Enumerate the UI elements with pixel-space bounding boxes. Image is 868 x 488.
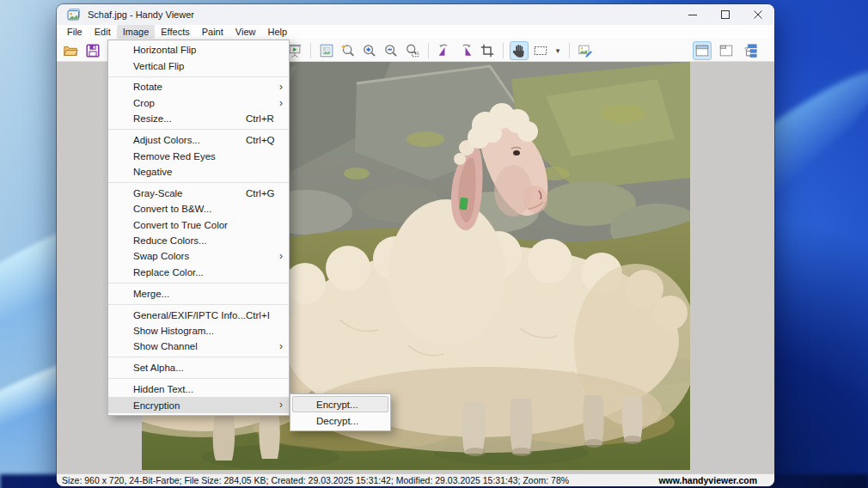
zoom-original-button[interactable] [339,41,358,60]
menu-item-replace-color[interactable]: Replace Color... [108,265,289,280]
edit-image-icon [578,43,593,58]
zoom-out-icon [383,43,399,58]
menu-separator [108,283,289,284]
zoom-out-button[interactable] [382,41,400,60]
encryption-submenu: Encrypt... Decrypt... [290,393,391,431]
rotate-right-button[interactable] [456,41,475,60]
menu-item-crop[interactable]: Crop› [108,95,289,111]
edit-image-button[interactable] [576,41,595,60]
menu-effects[interactable]: Effects [155,25,195,39]
menu-item-show-histogram[interactable]: Show Histogram... [108,323,289,339]
submenu-arrow-icon: › [279,79,283,95]
menu-item-vertical-flip[interactable]: Vertical Flip [108,58,289,73]
status-info: Size: 960 x 720, 24-Bit-Farbe; File Size… [62,475,569,485]
save-button[interactable] [83,41,102,60]
menu-file[interactable]: File [61,25,89,39]
toolbar-separator [310,43,311,58]
toolbar-separator [503,43,504,58]
menu-item-convert-bw[interactable]: Convert to B&W... [108,201,289,217]
window-compact-icon [718,43,734,58]
menu-item-exif-info[interactable]: General/EXIF/IPTC Info...Ctrl+I [108,307,289,322]
menu-item-gray-scale[interactable]: Gray-ScaleCtrl+G [108,186,289,201]
selection-tool-button[interactable] [531,41,550,60]
menu-item-merge[interactable]: Merge... [108,285,289,301]
menu-separator [108,378,289,379]
selection-dropdown-caret-icon[interactable]: ▾ [553,46,563,55]
minimize-icon [688,10,697,19]
titlebar[interactable]: Schaf.jpg - Handy Viewer [57,4,774,25]
maximize-button[interactable] [709,4,742,25]
app-photos-icon [67,8,81,21]
maximize-icon [721,10,730,19]
menu-separator [108,76,289,77]
menu-item-reduce-colors[interactable]: Reduce Colors... [108,233,289,248]
menu-paint[interactable]: Paint [196,25,229,39]
menu-item-convert-true-color[interactable]: Convert to True Color [108,217,289,232]
menu-image[interactable]: Image [117,25,156,39]
tree-view-button[interactable] [741,41,760,60]
hand-pan-icon [511,43,527,58]
submenu-item-encrypt[interactable]: Encrypt... [292,396,388,412]
status-website-link[interactable]: www.handyviewer.com [658,475,757,485]
rotate-left-icon [437,43,452,58]
rotate-right-icon [458,43,474,58]
open-folder-icon [63,43,78,58]
window-full-button[interactable] [693,41,712,60]
menubar: File Edit Image Effects Paint View Help [57,25,774,39]
menu-edit[interactable]: Edit [89,25,117,39]
submenu-item-decrypt[interactable]: Decrypt... [292,412,388,429]
crop-icon [480,43,495,58]
menu-item-remove-red-eyes[interactable]: Remove Red Eyes [108,148,289,163]
zoom-selection-button[interactable] [403,41,422,60]
menu-item-encryption[interactable]: Encryption› [108,397,289,412]
submenu-arrow-icon: › [279,339,283,354]
menu-separator [108,357,289,357]
fit-to-window-icon [319,43,334,58]
zoom-selection-icon [405,43,420,58]
image-menu-dropdown: Horizontal Flip Vertical Flip Rotate› Cr… [107,40,290,416]
open-button[interactable] [61,41,80,60]
menu-item-resize[interactable]: Resize...Ctrl+R [108,111,289,126]
submenu-arrow-icon: › [279,397,283,412]
zoom-original-icon [340,43,356,58]
zoom-in-button[interactable] [360,41,379,60]
statusbar: Size: 960 x 720, 24-Bit-Farbe; File Size… [57,473,774,486]
zoom-in-icon [362,43,377,58]
close-icon [754,10,762,19]
menu-item-negative[interactable]: Negative [108,164,289,180]
window-compact-button[interactable] [717,41,736,60]
submenu-arrow-icon: › [279,95,283,111]
selection-rect-icon [533,43,548,58]
tree-view-icon [743,43,758,58]
fit-to-window-button[interactable] [317,41,336,60]
app-window: Schaf.jpg - Handy Viewer File Edit Image… [57,4,774,486]
window-full-icon [694,43,710,58]
menu-view[interactable]: View [229,25,262,39]
menu-separator [108,129,289,130]
window-title: Schaf.jpg - Handy Viewer [88,9,194,20]
minimize-button[interactable] [676,4,709,25]
menu-item-hidden-text[interactable]: Hidden Text... [108,381,289,397]
menu-separator [108,182,289,183]
menu-item-horizontal-flip[interactable]: Horizontal Flip [108,42,289,58]
menu-item-set-alpha[interactable]: Set Alpha... [108,360,289,375]
pan-tool-button[interactable] [510,41,529,60]
desktop: Schaf.jpg - Handy Viewer File Edit Image… [0,0,868,488]
menu-item-swap-colors[interactable]: Swap Colors› [108,248,289,264]
rotate-left-button[interactable] [435,41,454,60]
toolbar-separator [428,43,429,58]
menu-item-show-channel[interactable]: Show Channel› [108,339,289,354]
menu-help[interactable]: Help [261,25,293,39]
close-button[interactable] [742,4,774,25]
toolbar-separator [569,43,570,58]
submenu-arrow-icon: › [279,248,283,264]
window-controls [676,4,774,25]
crop-button[interactable] [478,41,497,60]
save-floppy-icon [85,43,101,58]
menu-item-adjust-colors[interactable]: Adjust Colors...Ctrl+Q [108,132,289,148]
menu-item-rotate[interactable]: Rotate› [108,79,289,95]
menu-separator [108,304,289,305]
